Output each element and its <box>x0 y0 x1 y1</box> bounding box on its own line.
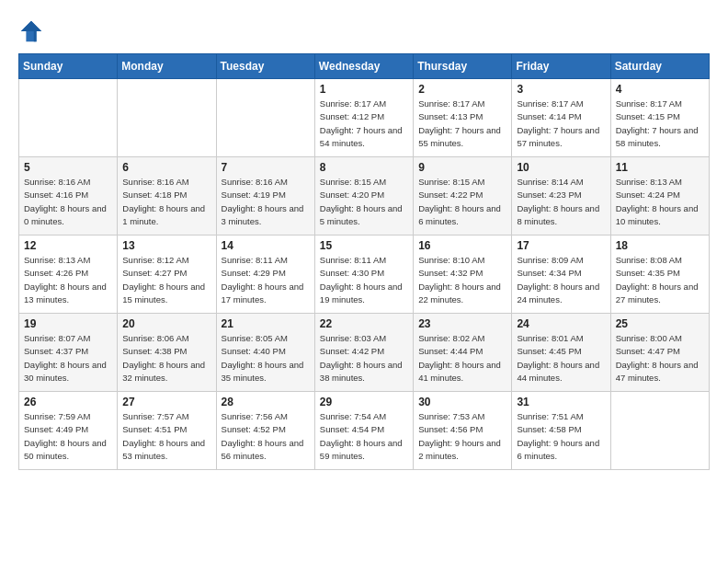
day-info: Sunrise: 8:05 AMSunset: 4:40 PMDaylight:… <box>222 332 310 385</box>
day-info: Sunrise: 8:10 AMSunset: 4:32 PMDaylight:… <box>418 254 506 306</box>
header-cell-friday: Friday <box>512 54 610 79</box>
day-cell: 27Sunrise: 7:57 AMSunset: 4:51 PMDayligh… <box>118 392 216 470</box>
day-info: Sunrise: 8:12 AMSunset: 4:27 PMDaylight:… <box>122 254 210 306</box>
day-number: 29 <box>320 396 408 408</box>
day-cell: 14Sunrise: 8:11 AMSunset: 4:29 PMDayligh… <box>216 236 314 314</box>
day-info: Sunrise: 8:16 AMSunset: 4:18 PMDaylight:… <box>122 176 210 228</box>
day-cell: 20Sunrise: 8:06 AMSunset: 4:38 PMDayligh… <box>118 314 216 392</box>
header-cell-monday: Monday <box>118 54 216 79</box>
day-info: Sunrise: 8:01 AMSunset: 4:45 PMDaylight:… <box>517 332 605 385</box>
day-number: 4 <box>616 83 704 96</box>
page-header <box>18 18 710 44</box>
day-cell: 18Sunrise: 8:08 AMSunset: 4:35 PMDayligh… <box>610 236 709 314</box>
day-number: 31 <box>517 396 605 408</box>
day-number: 18 <box>616 239 704 252</box>
week-row-3: 12Sunrise: 8:13 AMSunset: 4:26 PMDayligh… <box>19 236 710 314</box>
day-cell: 3Sunrise: 8:17 AMSunset: 4:14 PMDaylight… <box>512 79 610 157</box>
day-info: Sunrise: 8:13 AMSunset: 4:24 PMDaylight:… <box>616 176 704 228</box>
day-cell: 12Sunrise: 8:13 AMSunset: 4:26 PMDayligh… <box>19 236 118 314</box>
day-info: Sunrise: 8:14 AMSunset: 4:23 PMDaylight:… <box>517 176 605 228</box>
week-row-4: 19Sunrise: 8:07 AMSunset: 4:37 PMDayligh… <box>19 314 710 392</box>
day-info: Sunrise: 8:17 AMSunset: 4:12 PMDaylight:… <box>320 98 408 150</box>
header-cell-tuesday: Tuesday <box>216 54 314 79</box>
day-info: Sunrise: 7:57 AMSunset: 4:51 PMDaylight:… <box>122 410 210 463</box>
header-row: SundayMondayTuesdayWednesdayThursdayFrid… <box>19 54 710 79</box>
day-cell: 29Sunrise: 7:54 AMSunset: 4:54 PMDayligh… <box>314 392 413 470</box>
day-cell: 16Sunrise: 8:10 AMSunset: 4:32 PMDayligh… <box>414 236 512 314</box>
day-cell: 8Sunrise: 8:15 AMSunset: 4:20 PMDaylight… <box>314 157 413 236</box>
day-cell: 25Sunrise: 8:00 AMSunset: 4:47 PMDayligh… <box>610 314 709 392</box>
calendar-table: SundayMondayTuesdayWednesdayThursdayFrid… <box>18 53 710 470</box>
day-info: Sunrise: 8:11 AMSunset: 4:30 PMDaylight:… <box>320 254 408 306</box>
day-info: Sunrise: 8:15 AMSunset: 4:22 PMDaylight:… <box>418 176 506 228</box>
day-info: Sunrise: 7:56 AMSunset: 4:52 PMDaylight:… <box>222 410 310 463</box>
day-cell: 10Sunrise: 8:14 AMSunset: 4:23 PMDayligh… <box>512 157 610 236</box>
day-number: 25 <box>616 317 704 330</box>
day-number: 19 <box>24 317 112 330</box>
day-cell: 6Sunrise: 8:16 AMSunset: 4:18 PMDaylight… <box>118 157 216 236</box>
day-cell: 23Sunrise: 8:02 AMSunset: 4:44 PMDayligh… <box>414 314 512 392</box>
week-row-1: 1Sunrise: 8:17 AMSunset: 4:12 PMDaylight… <box>19 79 710 157</box>
day-cell: 13Sunrise: 8:12 AMSunset: 4:27 PMDayligh… <box>118 236 216 314</box>
day-number: 15 <box>320 239 408 252</box>
day-info: Sunrise: 8:13 AMSunset: 4:26 PMDaylight:… <box>24 254 112 306</box>
day-info: Sunrise: 8:16 AMSunset: 4:16 PMDaylight:… <box>24 176 112 228</box>
day-cell: 7Sunrise: 8:16 AMSunset: 4:19 PMDaylight… <box>216 157 314 236</box>
day-cell: 4Sunrise: 8:17 AMSunset: 4:15 PMDaylight… <box>610 79 709 157</box>
day-cell: 2Sunrise: 8:17 AMSunset: 4:13 PMDaylight… <box>414 79 512 157</box>
day-cell: 26Sunrise: 7:59 AMSunset: 4:49 PMDayligh… <box>19 392 118 470</box>
day-cell: 31Sunrise: 7:51 AMSunset: 4:58 PMDayligh… <box>512 392 610 470</box>
day-number: 3 <box>517 83 605 96</box>
day-info: Sunrise: 8:00 AMSunset: 4:47 PMDaylight:… <box>616 332 704 385</box>
header-cell-wednesday: Wednesday <box>314 54 413 79</box>
day-info: Sunrise: 8:07 AMSunset: 4:37 PMDaylight:… <box>24 332 112 385</box>
day-number: 7 <box>222 161 310 174</box>
day-number: 22 <box>320 317 408 330</box>
header-cell-saturday: Saturday <box>610 54 709 79</box>
day-info: Sunrise: 8:15 AMSunset: 4:20 PMDaylight:… <box>320 176 408 228</box>
day-number: 2 <box>418 83 506 96</box>
day-cell: 15Sunrise: 8:11 AMSunset: 4:30 PMDayligh… <box>314 236 413 314</box>
day-number: 23 <box>418 317 506 330</box>
day-cell: 22Sunrise: 8:03 AMSunset: 4:42 PMDayligh… <box>314 314 413 392</box>
logo-icon <box>18 18 44 44</box>
day-info: Sunrise: 8:02 AMSunset: 4:44 PMDaylight:… <box>418 332 506 385</box>
day-info: Sunrise: 8:11 AMSunset: 4:29 PMDaylight:… <box>222 254 310 306</box>
day-info: Sunrise: 8:09 AMSunset: 4:34 PMDaylight:… <box>517 254 605 306</box>
day-cell: 9Sunrise: 8:15 AMSunset: 4:22 PMDaylight… <box>414 157 512 236</box>
day-number: 11 <box>616 161 704 174</box>
day-cell: 24Sunrise: 8:01 AMSunset: 4:45 PMDayligh… <box>512 314 610 392</box>
day-number: 1 <box>320 83 408 96</box>
day-number: 13 <box>122 239 210 252</box>
day-info: Sunrise: 8:03 AMSunset: 4:42 PMDaylight:… <box>320 332 408 385</box>
day-cell: 28Sunrise: 7:56 AMSunset: 4:52 PMDayligh… <box>216 392 314 470</box>
week-row-5: 26Sunrise: 7:59 AMSunset: 4:49 PMDayligh… <box>19 392 710 470</box>
day-number: 14 <box>222 239 310 252</box>
day-info: Sunrise: 8:17 AMSunset: 4:14 PMDaylight:… <box>517 98 605 150</box>
logo <box>18 18 48 44</box>
day-info: Sunrise: 8:17 AMSunset: 4:13 PMDaylight:… <box>418 98 506 150</box>
day-cell: 1Sunrise: 8:17 AMSunset: 4:12 PMDaylight… <box>314 79 413 157</box>
day-number: 26 <box>24 396 112 408</box>
day-number: 12 <box>24 239 112 252</box>
day-number: 21 <box>222 317 310 330</box>
day-number: 10 <box>517 161 605 174</box>
day-info: Sunrise: 7:59 AMSunset: 4:49 PMDaylight:… <box>24 410 112 463</box>
day-number: 9 <box>418 161 506 174</box>
day-number: 30 <box>418 396 506 408</box>
day-cell <box>610 392 709 470</box>
day-cell: 5Sunrise: 8:16 AMSunset: 4:16 PMDaylight… <box>19 157 118 236</box>
day-cell: 19Sunrise: 8:07 AMSunset: 4:37 PMDayligh… <box>19 314 118 392</box>
day-cell <box>118 79 216 157</box>
day-info: Sunrise: 8:16 AMSunset: 4:19 PMDaylight:… <box>222 176 310 228</box>
day-info: Sunrise: 7:51 AMSunset: 4:58 PMDaylight:… <box>517 410 605 463</box>
day-info: Sunrise: 7:53 AMSunset: 4:56 PMDaylight:… <box>418 410 506 463</box>
week-row-2: 5Sunrise: 8:16 AMSunset: 4:16 PMDaylight… <box>19 157 710 236</box>
day-info: Sunrise: 8:08 AMSunset: 4:35 PMDaylight:… <box>616 254 704 306</box>
day-number: 28 <box>222 396 310 408</box>
day-info: Sunrise: 7:54 AMSunset: 4:54 PMDaylight:… <box>320 410 408 463</box>
day-cell: 17Sunrise: 8:09 AMSunset: 4:34 PMDayligh… <box>512 236 610 314</box>
day-number: 20 <box>122 317 210 330</box>
day-number: 16 <box>418 239 506 252</box>
day-info: Sunrise: 8:06 AMSunset: 4:38 PMDaylight:… <box>122 332 210 385</box>
